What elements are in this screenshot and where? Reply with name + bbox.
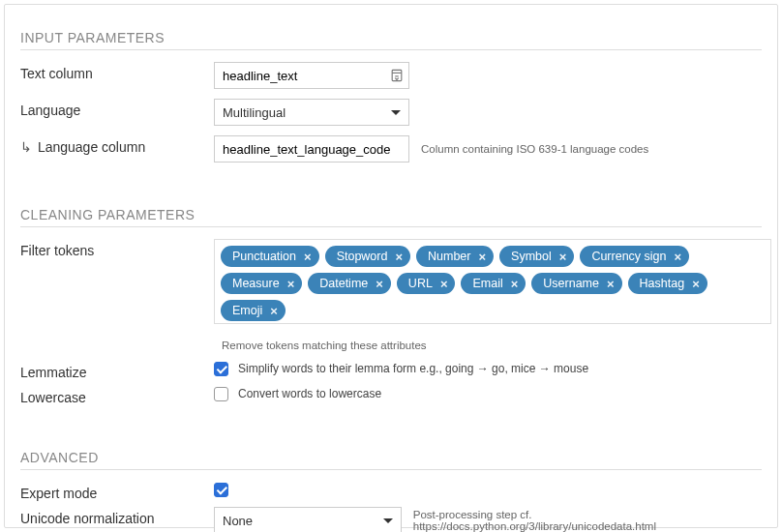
expert-mode-checkbox[interactable] [214, 483, 228, 497]
section-advanced: ADVANCED [20, 450, 762, 470]
language-label: Language [20, 99, 214, 118]
section-input-params: INPUT PARAMETERS [20, 30, 762, 50]
lemmatize-label: Lemmatize [20, 361, 214, 380]
lowercase-description: Convert words to lowercase [238, 387, 381, 400]
lowercase-label: Lowercase [20, 386, 214, 405]
tag-remove-icon[interactable]: × [440, 277, 448, 291]
filter-token-tag[interactable]: Username× [531, 273, 621, 294]
filter-tokens-hint: Remove tokens matching these attributes [222, 340, 427, 351]
chevron-down-icon [391, 110, 401, 115]
filter-token-tag[interactable]: Stopword× [325, 246, 410, 267]
filter-token-tag[interactable]: URL× [397, 273, 456, 294]
filter-token-tag[interactable]: Number× [416, 246, 494, 267]
tag-remove-icon[interactable]: × [675, 250, 682, 264]
expert-mode-label: Expert mode [20, 482, 214, 501]
settings-panel: INPUT PARAMETERS Text column Language Mu… [4, 4, 778, 528]
filter-token-tag[interactable]: Punctuation× [221, 246, 319, 267]
language-select-value: Multilingual [223, 105, 286, 120]
unicode-normalization-select[interactable]: None [214, 507, 402, 532]
unicode-normalization-label: Unicode normalization [20, 507, 214, 526]
filter-tokens-tagbox[interactable]: Punctuation×Stopword×Number×Symbol×Curre… [214, 239, 771, 324]
tag-remove-icon[interactable]: × [559, 250, 567, 264]
unicode-normalization-hint: Post-processing step cf. https://docs.py… [413, 509, 762, 532]
filter-tokens-label: Filter tokens [20, 239, 214, 258]
tag-remove-icon[interactable]: × [376, 277, 383, 291]
tag-remove-icon[interactable]: × [304, 250, 312, 264]
tag-remove-icon[interactable]: × [270, 304, 278, 318]
filter-token-tag[interactable]: Email× [461, 273, 526, 294]
lemmatize-checkbox[interactable] [214, 362, 228, 376]
tag-remove-icon[interactable]: × [607, 277, 615, 291]
filter-token-tag[interactable]: Currency sign× [580, 246, 689, 267]
lemmatize-description: Simplify words to their lemma form e.g.,… [238, 362, 588, 375]
tag-remove-icon[interactable]: × [511, 277, 519, 291]
unicode-normalization-value: None [223, 514, 253, 528]
filter-token-tag[interactable]: Emoji× [221, 300, 286, 321]
filter-token-tag[interactable]: Datetime× [308, 273, 391, 294]
language-column-input[interactable] [214, 135, 409, 163]
tag-remove-icon[interactable]: × [395, 250, 403, 264]
language-select[interactable]: Multilingual [214, 99, 409, 126]
filter-token-tag[interactable]: Measure× [221, 273, 302, 294]
language-column-hint: Column containing ISO 639-1 language cod… [421, 143, 648, 155]
language-column-label: ↳ Language column [20, 135, 214, 155]
lowercase-checkbox[interactable] [214, 387, 228, 401]
filter-token-tag[interactable]: Symbol× [499, 246, 574, 267]
text-column-input[interactable] [214, 62, 409, 89]
filter-token-tag[interactable]: Hashtag× [628, 273, 707, 294]
tag-remove-icon[interactable]: × [479, 250, 487, 264]
tag-remove-icon[interactable]: × [692, 277, 700, 291]
column-picker-icon[interactable] [390, 69, 404, 82]
tag-remove-icon[interactable]: × [287, 277, 295, 291]
chevron-down-icon [383, 518, 393, 523]
indent-arrow-icon: ↳ [20, 139, 34, 155]
text-column-label: Text column [20, 62, 214, 81]
section-cleaning-params: CLEANING PARAMETERS [20, 207, 762, 227]
